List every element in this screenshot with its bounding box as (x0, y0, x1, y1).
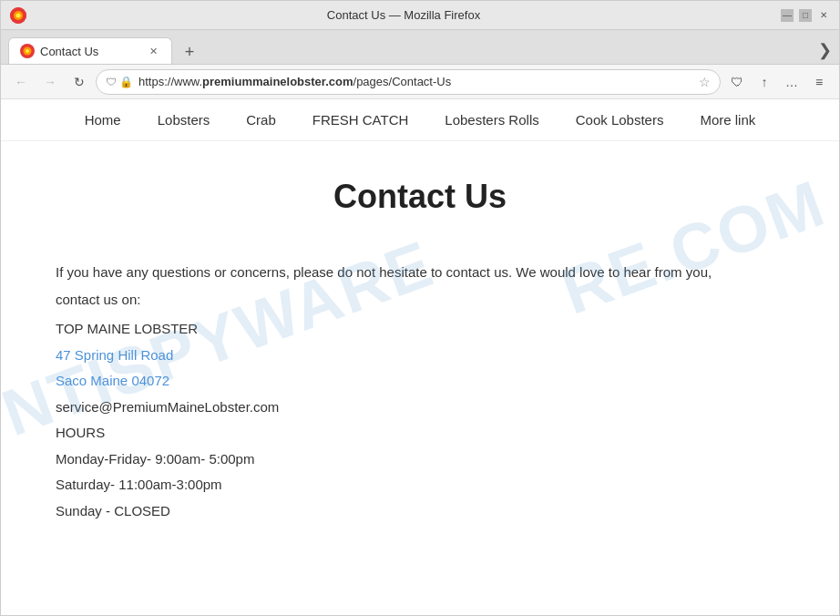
site-nav: Home Lobsters Crab FRESH CATCH Lobesters… (1, 99, 839, 141)
tab-label: Contact Us (40, 45, 98, 58)
hours-weekday: Monday-Friday- 9:00am- 5:00pm (56, 447, 784, 473)
nav-cook-lobsters[interactable]: Cook Lobsters (576, 112, 664, 128)
nav-crab[interactable]: Crab (246, 112, 276, 128)
forward-button[interactable]: → (37, 69, 63, 95)
url-display: https://www.premiummainelobster.com/page… (138, 75, 693, 88)
overflow-menu-button[interactable]: … (779, 69, 804, 95)
title-bar-left (10, 7, 26, 24)
address-line1[interactable]: 47 Spring Hill Road (56, 343, 784, 369)
nav-right-buttons: 🛡 ↑ … ≡ (724, 69, 832, 95)
lock-icon: 🔒 (119, 76, 133, 88)
close-button[interactable]: ✕ (817, 9, 830, 22)
container-icon[interactable]: 🛡 (724, 69, 750, 95)
maximize-button[interactable]: □ (799, 9, 812, 22)
reload-button[interactable]: ↻ (67, 69, 92, 95)
hours-saturday: Saturday- 11:00am-3:00pm (56, 472, 784, 498)
svg-point-5 (26, 49, 29, 53)
window-controls: — □ ✕ (781, 9, 830, 22)
page-content: Home Lobsters Crab FRESH CATCH Lobesters… (1, 99, 839, 615)
bookmark-icon[interactable]: ☆ (699, 75, 711, 89)
nav-fresh-catch[interactable]: FRESH CATCH (312, 112, 409, 128)
hours-sunday: Sunday - CLOSED (56, 498, 784, 525)
browser-window: Contact Us — Mozilla Firefox — □ ✕ Conta… (0, 0, 840, 616)
new-tab-button[interactable]: + (178, 40, 201, 64)
hours-label: HOURS (56, 420, 784, 447)
intro-line2: contact us on: (56, 289, 784, 311)
shield-icon: 🛡 (106, 76, 117, 88)
nav-more-link[interactable]: More link (700, 112, 755, 128)
nav-bar: ← → ↻ 🛡 🔒 https://www.premiummainelobste… (1, 65, 839, 99)
back-button[interactable]: ← (8, 69, 34, 95)
nav-home[interactable]: Home (85, 112, 121, 128)
tab-close-button[interactable]: ✕ (146, 44, 160, 58)
nav-lobster-rolls[interactable]: Lobesters Rolls (445, 112, 538, 128)
window-title: Contact Us — Mozilla Firefox (26, 8, 781, 22)
url-path: /pages/Contact-Us (353, 75, 452, 88)
firefox-icon (10, 7, 26, 24)
nav-lobsters[interactable]: Lobsters (158, 112, 210, 128)
app-menu-button[interactable]: ≡ (806, 69, 832, 95)
active-tab[interactable]: Contact Us ✕ (8, 37, 172, 64)
address-line2[interactable]: Saco Maine 04072 (56, 368, 784, 395)
tab-bar: Contact Us ✕ + ❯ (1, 30, 839, 65)
share-button[interactable]: ↑ (752, 69, 777, 95)
minimize-button[interactable]: — (781, 9, 794, 22)
business-name: TOP MAINE LOBSTER (56, 316, 784, 343)
contact-block: TOP MAINE LOBSTER 47 Spring Hill Road Sa… (56, 316, 784, 524)
url-domain: premiummainelobster.com (202, 75, 353, 88)
email: service@PremiumMaineLobster.com (56, 395, 784, 421)
main-content: RE.COM NTISPYWARE Contact Us If you have… (10, 141, 830, 579)
address-bar[interactable]: 🛡 🔒 https://www.premiummainelobster.com/… (96, 69, 721, 95)
title-bar: Contact Us — Mozilla Firefox — □ ✕ (1, 1, 839, 30)
url-prefix: https://www. (138, 75, 202, 88)
intro-line1: If you have any questions or concerns, p… (56, 262, 784, 283)
tab-favicon (20, 44, 35, 58)
tab-overflow-button[interactable]: ❯ (818, 40, 832, 64)
page-title: Contact Us (56, 178, 784, 216)
svg-point-2 (16, 13, 21, 17)
security-icons: 🛡 🔒 (106, 76, 133, 88)
